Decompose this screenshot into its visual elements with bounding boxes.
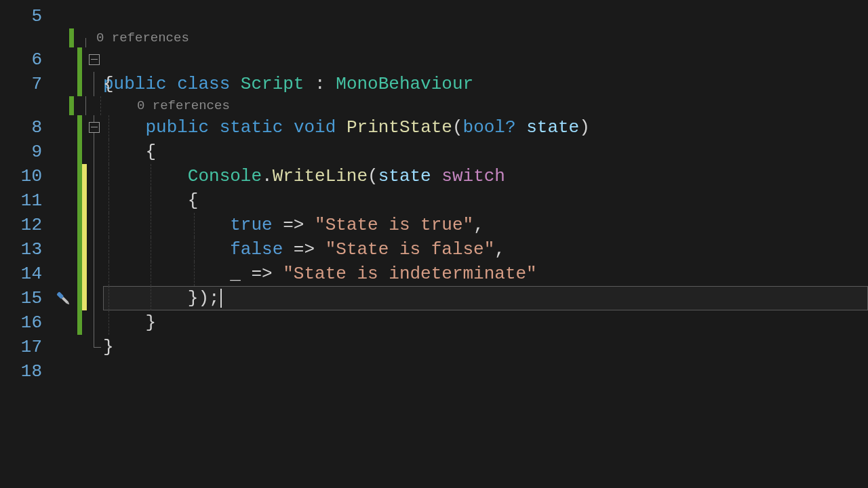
code-editor[interactable]: 5 0 references 6 — [0, 0, 868, 488]
code-line[interactable]: 17 } — [0, 335, 868, 359]
code-line-current[interactable]: 15 }); — [0, 286, 868, 310]
fold-gutter[interactable] — [87, 47, 103, 72]
code-line[interactable]: 5 — [0, 4, 868, 28]
line-number: 11 — [0, 188, 50, 213]
line-number: 17 — [0, 335, 50, 359]
code-line[interactable]: 13 false => "State is false", — [0, 237, 868, 262]
code-line[interactable]: 10 Console.WriteLine(state switch — [0, 164, 868, 188]
code-line[interactable]: 12 true => "State is true", — [0, 213, 868, 237]
line-number: 18 — [0, 359, 50, 384]
string-literal: "State is false" — [326, 239, 495, 260]
string-literal: "State is indeterminate" — [283, 264, 536, 284]
code-line[interactable]: 11 { — [0, 188, 868, 213]
line-number: 15 — [0, 286, 50, 310]
code-line[interactable]: 7 { — [0, 72, 868, 96]
line-number: 5 — [0, 4, 50, 28]
codelens-row[interactable]: 0 references — [0, 96, 868, 115]
line-number: 10 — [0, 164, 50, 188]
quick-actions-icon[interactable] — [52, 287, 73, 308]
fold-end-icon — [94, 335, 101, 348]
code-line[interactable]: 16 } — [0, 310, 868, 335]
codelens-row[interactable]: 0 references — [0, 28, 868, 47]
line-number: 8 — [0, 115, 50, 140]
code-line[interactable]: 14 _ => "State is indeterminate" — [0, 262, 868, 286]
string-literal: "State is true" — [315, 215, 473, 235]
fold-toggle-icon[interactable] — [89, 54, 100, 65]
code-line[interactable]: 6 public class Script : MonoBehaviour — [0, 47, 868, 72]
brace: { — [103, 74, 114, 94]
code-line[interactable]: 8 public static void PrintState(bool? st… — [0, 115, 868, 140]
margin — [50, 4, 77, 28]
line-number: 13 — [0, 237, 50, 262]
fold-toggle-icon[interactable] — [89, 122, 100, 133]
line-number: 16 — [0, 310, 50, 335]
code-cell[interactable] — [103, 4, 868, 28]
change-bar — [77, 4, 82, 28]
codelens-references[interactable]: 0 references — [137, 96, 230, 115]
method-name: PrintState — [347, 117, 452, 138]
line-number: 7 — [0, 72, 50, 96]
codelens-references[interactable]: 0 references — [96, 28, 189, 47]
line-number: 9 — [0, 140, 50, 164]
code-line[interactable]: 9 { — [0, 140, 868, 164]
code-line[interactable]: 18 — [0, 359, 868, 384]
text-caret — [220, 289, 222, 308]
line-number: 6 — [0, 47, 50, 72]
line-number: 14 — [0, 262, 50, 286]
line-number: 12 — [0, 213, 50, 237]
fold-gutter — [87, 4, 103, 28]
parameter: state — [526, 117, 579, 138]
fold-gutter[interactable] — [87, 115, 103, 140]
change-bar — [82, 4, 87, 28]
